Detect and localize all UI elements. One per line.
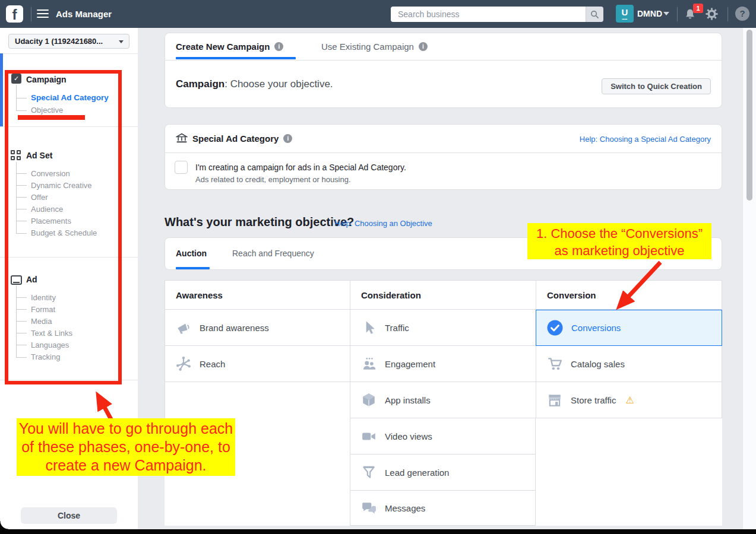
sidebar-item-conversion[interactable]: Conversion (31, 169, 70, 178)
cursor-icon (361, 320, 377, 335)
tree-line (16, 209, 27, 209)
objective-label: Traffic (385, 323, 409, 333)
topbar-divider (727, 7, 728, 21)
tree-line (16, 297, 27, 298)
checkbox-label[interactable]: I'm creating a campaign for ads in a Spe… (195, 163, 406, 172)
card-divider (165, 60, 722, 61)
objective-app-installs[interactable]: App installs (350, 382, 536, 418)
column-header-awareness: Awareness (165, 280, 350, 310)
account-name[interactable]: DMND (637, 9, 662, 18)
sidebar-item-audience[interactable]: Audience (31, 205, 63, 214)
sidebar-section-ad: Ad (26, 275, 37, 284)
tree-line (16, 197, 27, 198)
objective-brand-awareness[interactable]: Brand awareness (165, 310, 350, 346)
search-button[interactable] (586, 7, 603, 22)
business-search (391, 7, 603, 22)
info-icon[interactable]: i (274, 42, 283, 51)
help-choosing-objective-link[interactable]: Help: Choosing an Objective (334, 219, 432, 228)
cube-icon (361, 392, 377, 408)
search-icon (590, 10, 599, 19)
tree-line (16, 345, 27, 345)
objective-label: Reach (200, 359, 225, 369)
facebook-logo-icon[interactable]: f (6, 5, 23, 23)
objective-label: Engagement (385, 359, 435, 369)
chat-icon (361, 500, 377, 516)
search-input[interactable] (391, 7, 586, 22)
objective-store-traffic[interactable]: Store traffic ⚠ (536, 382, 722, 418)
tree-line (16, 233, 27, 234)
special-ad-category-checkbox[interactable] (175, 161, 188, 174)
marketing-objective-question: What's your marketing objective? (165, 215, 354, 229)
sidebar-item-tracking[interactable]: Tracking (31, 352, 60, 361)
tree-line (16, 309, 27, 310)
objective-conversions[interactable]: Conversions (536, 310, 722, 346)
tree-line (16, 357, 27, 358)
cart-icon (547, 356, 562, 371)
megaphone-icon (176, 320, 191, 335)
objective-label: Lead generation (385, 468, 449, 478)
sidebar-item-budget-schedule[interactable]: Budget & Schedule (31, 228, 97, 237)
ad-account-name: Udacity 1 (1192421680... (15, 37, 103, 46)
objective-engagement[interactable]: Engagement (350, 346, 536, 382)
top-navigation-bar: f Ads Manager U ▬▬ DMND 1 ? (0, 0, 756, 28)
objective-messages[interactable]: Messages (350, 491, 536, 526)
campaign-creation-card: Create New Campaign i Use Existing Campa… (165, 33, 722, 108)
help-icon[interactable]: ? (735, 7, 749, 21)
sidebar-item-languages[interactable]: Languages (31, 341, 69, 349)
sidebar-item-text-links[interactable]: Text & Links (31, 329, 72, 338)
tree-line (16, 321, 27, 322)
info-icon[interactable]: i (283, 134, 292, 143)
window-rounded-corner (0, 521, 8, 529)
tab-reach-and-frequency[interactable]: Reach and Frequency (232, 249, 314, 258)
special-ad-category-title-row: Special Ad Category i (192, 134, 292, 144)
help-special-ad-category-link[interactable]: Help: Choosing a Special Ad Category (580, 135, 711, 144)
objective-reach[interactable]: Reach (165, 346, 350, 382)
close-button[interactable]: Close (21, 507, 117, 524)
objective-lead-generation[interactable]: Lead generation (350, 454, 536, 491)
tab-label: Create New Campaign (176, 42, 270, 52)
sidebar-item-dynamic-creative[interactable]: Dynamic Creative (31, 181, 92, 190)
tree-line (16, 173, 27, 174)
objective-label: Brand awareness (200, 323, 269, 333)
sidebar-item-format[interactable]: Format (31, 305, 55, 314)
objective-traffic[interactable]: Traffic (350, 310, 536, 346)
chevron-down-icon[interactable] (663, 12, 669, 15)
tree-line (16, 221, 27, 221)
objective-catalog-sales[interactable]: Catalog sales (536, 346, 722, 382)
annotation-underline-special-ad-category (18, 115, 85, 120)
hamburger-menu-icon[interactable] (37, 9, 49, 18)
campaign-step-heading: Campaign: Choose your objective. (176, 78, 333, 90)
objective-label: Video views (385, 431, 432, 441)
sidebar-item-media[interactable]: Media (31, 317, 52, 326)
active-tab-underline (176, 57, 296, 59)
scrollbar-thumb[interactable] (746, 30, 752, 201)
sidebar-item-identity[interactable]: Identity (31, 293, 56, 302)
tab-create-new-campaign[interactable]: Create New Campaign i (176, 42, 283, 52)
objective-video-views[interactable]: Video views (350, 418, 536, 454)
sidebar-item-special-ad-category[interactable]: Special Ad Category (31, 93, 109, 102)
tab-label: Use Existing Campaign (321, 42, 414, 52)
info-icon[interactable]: i (419, 42, 428, 51)
annotation-line: You will have to go through each (17, 419, 235, 438)
tab-auction[interactable]: Auction (176, 249, 207, 258)
sidebar-item-placements[interactable]: Placements (31, 217, 71, 225)
tab-use-existing-campaign[interactable]: Use Existing Campaign i (321, 42, 428, 52)
chevron-down-icon (119, 40, 124, 43)
settings-gear-icon[interactable] (706, 8, 718, 20)
sidebar-section-campaign: Campaign (26, 75, 67, 84)
objective-label: App installs (385, 395, 431, 405)
special-ad-category-title: Special Ad Category (192, 134, 279, 144)
sidebar-item-objective[interactable]: Objective (31, 106, 63, 115)
column-header-consideration: Consideration (350, 280, 536, 310)
account-avatar[interactable]: U ▬▬ (616, 5, 634, 23)
objective-label: Conversions (571, 323, 621, 333)
checkbox-description: Ads related to credit, employment or hou… (195, 175, 351, 184)
sidebar-item-offer[interactable]: Offer (31, 193, 48, 202)
special-ad-category-card: Special Ad Category i Help: Choosing a S… (165, 124, 722, 190)
annotation-note-conversions: 1. Choose the “Conversions” as marketing… (527, 223, 711, 259)
tree-line (16, 185, 27, 186)
switch-to-quick-creation-button[interactable]: Switch to Quick Creation (602, 78, 711, 94)
funnel-icon (361, 465, 377, 480)
app-title: Ads Manager (56, 9, 112, 19)
ad-account-selector[interactable]: Udacity 1 (1192421680... (8, 34, 129, 49)
